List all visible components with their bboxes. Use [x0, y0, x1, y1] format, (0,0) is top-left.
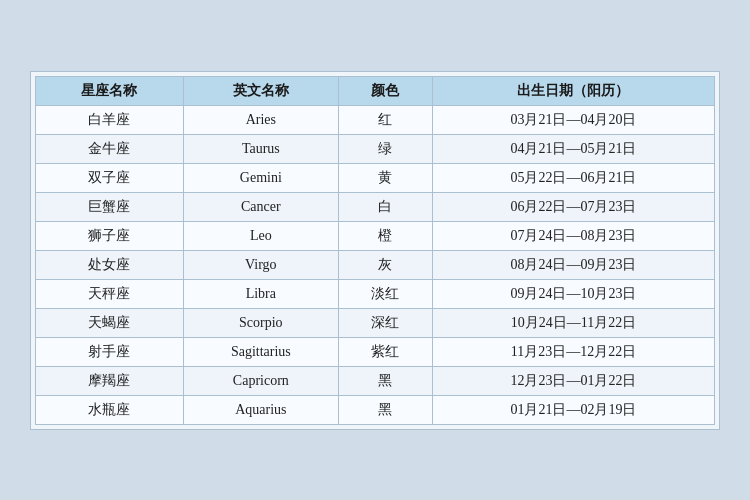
- table-row: 天蝎座Scorpio深红10月24日—11月22日: [36, 308, 715, 337]
- table-row: 双子座Gemini黄05月22日—06月21日: [36, 163, 715, 192]
- cell-english-name: Aquarius: [183, 395, 338, 424]
- cell-english-name: Sagittarius: [183, 337, 338, 366]
- cell-dates: 10月24日—11月22日: [432, 308, 714, 337]
- cell-color: 白: [338, 192, 432, 221]
- table-row: 天秤座Libra淡红09月24日—10月23日: [36, 279, 715, 308]
- cell-chinese-name: 金牛座: [36, 134, 184, 163]
- cell-color: 黄: [338, 163, 432, 192]
- table-row: 金牛座Taurus绿04月21日—05月21日: [36, 134, 715, 163]
- cell-english-name: Taurus: [183, 134, 338, 163]
- cell-color: 深红: [338, 308, 432, 337]
- cell-color: 红: [338, 105, 432, 134]
- cell-chinese-name: 狮子座: [36, 221, 184, 250]
- cell-english-name: Libra: [183, 279, 338, 308]
- cell-english-name: Gemini: [183, 163, 338, 192]
- cell-chinese-name: 双子座: [36, 163, 184, 192]
- cell-dates: 01月21日—02月19日: [432, 395, 714, 424]
- cell-color: 紫红: [338, 337, 432, 366]
- table-body: 白羊座Aries红03月21日—04月20日金牛座Taurus绿04月21日—0…: [36, 105, 715, 424]
- cell-english-name: Aries: [183, 105, 338, 134]
- table-row: 射手座Sagittarius紫红11月23日—12月22日: [36, 337, 715, 366]
- cell-color: 灰: [338, 250, 432, 279]
- cell-dates: 09月24日—10月23日: [432, 279, 714, 308]
- cell-chinese-name: 水瓶座: [36, 395, 184, 424]
- table-row: 白羊座Aries红03月21日—04月20日: [36, 105, 715, 134]
- cell-chinese-name: 摩羯座: [36, 366, 184, 395]
- table-row: 摩羯座Capricorn黑12月23日—01月22日: [36, 366, 715, 395]
- zodiac-table-container: 星座名称 英文名称 颜色 出生日期（阳历） 白羊座Aries红03月21日—04…: [30, 71, 720, 430]
- cell-dates: 05月22日—06月21日: [432, 163, 714, 192]
- table-row: 巨蟹座Cancer白06月22日—07月23日: [36, 192, 715, 221]
- cell-dates: 04月21日—05月21日: [432, 134, 714, 163]
- cell-dates: 06月22日—07月23日: [432, 192, 714, 221]
- cell-color: 橙: [338, 221, 432, 250]
- cell-chinese-name: 巨蟹座: [36, 192, 184, 221]
- table-row: 狮子座Leo橙07月24日—08月23日: [36, 221, 715, 250]
- header-color: 颜色: [338, 76, 432, 105]
- cell-dates: 07月24日—08月23日: [432, 221, 714, 250]
- cell-dates: 11月23日—12月22日: [432, 337, 714, 366]
- table-header-row: 星座名称 英文名称 颜色 出生日期（阳历）: [36, 76, 715, 105]
- cell-english-name: Capricorn: [183, 366, 338, 395]
- cell-chinese-name: 天秤座: [36, 279, 184, 308]
- zodiac-table: 星座名称 英文名称 颜色 出生日期（阳历） 白羊座Aries红03月21日—04…: [35, 76, 715, 425]
- cell-chinese-name: 处女座: [36, 250, 184, 279]
- cell-color: 黑: [338, 366, 432, 395]
- cell-chinese-name: 白羊座: [36, 105, 184, 134]
- cell-dates: 12月23日—01月22日: [432, 366, 714, 395]
- table-row: 处女座Virgo灰08月24日—09月23日: [36, 250, 715, 279]
- cell-english-name: Scorpio: [183, 308, 338, 337]
- header-dates: 出生日期（阳历）: [432, 76, 714, 105]
- cell-dates: 03月21日—04月20日: [432, 105, 714, 134]
- cell-color: 黑: [338, 395, 432, 424]
- header-chinese-name: 星座名称: [36, 76, 184, 105]
- cell-color: 绿: [338, 134, 432, 163]
- header-english-name: 英文名称: [183, 76, 338, 105]
- cell-chinese-name: 射手座: [36, 337, 184, 366]
- cell-dates: 08月24日—09月23日: [432, 250, 714, 279]
- cell-english-name: Leo: [183, 221, 338, 250]
- table-row: 水瓶座Aquarius黑01月21日—02月19日: [36, 395, 715, 424]
- cell-english-name: Cancer: [183, 192, 338, 221]
- cell-color: 淡红: [338, 279, 432, 308]
- cell-english-name: Virgo: [183, 250, 338, 279]
- cell-chinese-name: 天蝎座: [36, 308, 184, 337]
